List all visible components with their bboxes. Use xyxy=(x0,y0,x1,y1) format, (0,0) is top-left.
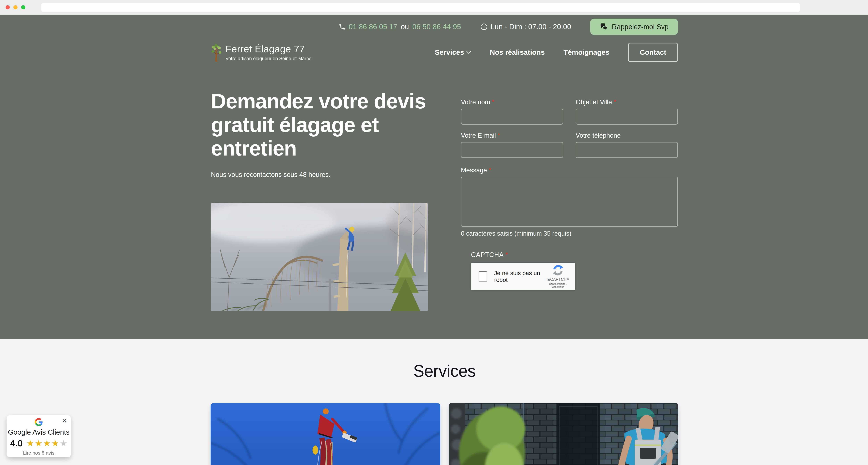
hours-text: Lun - Dim : 07.00 - 20.00 xyxy=(491,23,571,31)
name-label: Votre nom* xyxy=(461,98,563,106)
rating-row: 4.0 ★★★★★ xyxy=(7,438,71,448)
hero-photo-tree-pruning xyxy=(211,203,428,311)
hero-section: Demandez votre devis gratuit élagage et … xyxy=(211,89,678,311)
quote-form: Votre nom* Objet et Ville* Votre E-mail* xyxy=(461,89,678,311)
close-window-button[interactable] xyxy=(5,5,10,9)
opening-hours: Lun - Dim : 07.00 - 20.00 xyxy=(480,23,571,31)
nav-services-label: Services xyxy=(435,48,464,56)
star-gray: ★ xyxy=(60,439,67,448)
brand[interactable]: Ferret Élagage 77 Votre artisan élagueur… xyxy=(211,42,311,62)
rating-score: 4.0 xyxy=(10,438,23,448)
brand-subtitle: Votre artisan élagueur en Seine-et-Marne xyxy=(225,56,311,61)
objet-label: Objet et Ville* xyxy=(576,98,678,106)
nav-item-temoignages[interactable]: Témoignages xyxy=(563,48,609,56)
message-textarea[interactable] xyxy=(461,177,678,227)
services-heading: Services xyxy=(0,361,868,381)
clock-icon xyxy=(480,23,488,31)
read-reviews-link[interactable]: Lire nos 8 avis xyxy=(23,450,55,456)
topbar: 01 86 86 05 17 ou 06 50 86 44 95 Lun - D… xyxy=(211,15,678,35)
google-reviews-widget: × Google Avis Clients 4.0 ★★★★★ Lire nos… xyxy=(7,415,71,457)
message-label: Message* xyxy=(461,167,678,174)
chevron-down-icon xyxy=(466,51,471,54)
callback-button-label: Rappelez-moi Svp xyxy=(612,23,669,31)
stars-gold: ★★★★ xyxy=(26,439,60,448)
callback-button[interactable]: Rappelez-moi Svp xyxy=(590,19,678,35)
captcha-field: CAPTCHA* Je ne suis pas un robot reCAPT xyxy=(461,251,678,290)
google-logo-icon xyxy=(35,418,43,426)
required-asterisk: * xyxy=(614,98,616,106)
required-asterisk: * xyxy=(489,167,491,174)
service-card-entretien[interactable] xyxy=(448,403,678,465)
captcha-label: CAPTCHA* xyxy=(471,251,678,259)
name-input[interactable] xyxy=(461,109,563,124)
required-asterisk: * xyxy=(498,132,500,139)
brand-title: Ferret Élagage 77 xyxy=(225,43,311,55)
objet-ville-input[interactable] xyxy=(576,109,678,124)
main-nav: Services Nos réalisations Témoignages Co… xyxy=(435,43,678,62)
nav-item-realisations[interactable]: Nos réalisations xyxy=(490,48,545,56)
hero-band: 01 86 86 05 17 ou 06 50 86 44 95 Lun - D… xyxy=(0,15,868,339)
hero-title: Demandez votre devis gratuit élagage et … xyxy=(211,89,428,160)
service-card-elagage[interactable] xyxy=(211,403,440,465)
phone-numbers: 01 86 86 05 17 ou 06 50 86 44 95 xyxy=(339,23,461,31)
phone-conjunction: ou xyxy=(401,23,409,31)
page: { "browser": { "url_value": "" }, "topba… xyxy=(0,0,868,465)
minimize-window-button[interactable] xyxy=(13,5,18,9)
recaptcha-checkbox[interactable] xyxy=(478,271,487,282)
required-asterisk: * xyxy=(492,98,494,106)
maximize-window-button[interactable] xyxy=(21,5,25,9)
nav-contact-button[interactable]: Contact xyxy=(628,43,678,62)
close-icon[interactable]: × xyxy=(62,416,67,424)
url-bar[interactable] xyxy=(41,3,800,12)
chat-bubbles-icon xyxy=(600,23,608,31)
services-section: Services xyxy=(0,339,868,465)
email-label: Votre E-mail* xyxy=(461,132,563,139)
char-count: 0 caractères saisis (minimum 35 requis) xyxy=(461,230,678,237)
tree-logo-icon xyxy=(211,42,222,62)
phone-input[interactable] xyxy=(576,142,678,158)
recaptcha-brand-text: reCAPTCHA xyxy=(545,277,571,282)
google-widget-title: Google Avis Clients xyxy=(7,428,71,436)
phone-link-2[interactable]: 06 50 86 44 95 xyxy=(412,23,461,31)
phone-icon xyxy=(339,23,346,30)
window-controls xyxy=(5,5,25,9)
phone-label: Votre téléphone xyxy=(576,132,678,139)
required-asterisk: * xyxy=(505,251,508,258)
site-header: Ferret Élagage 77 Votre artisan élagueur… xyxy=(211,42,678,62)
recaptcha-terms-links[interactable]: Confidentialité - Conditions xyxy=(545,282,571,288)
hero-subtitle: Nous vous recontactons sous 48 heures. xyxy=(211,171,428,178)
browser-chrome xyxy=(0,0,868,15)
email-input[interactable] xyxy=(461,142,563,158)
phone-link-1[interactable]: 01 86 86 05 17 xyxy=(349,23,397,31)
recaptcha-checkbox-label: Je ne suis pas un robot xyxy=(494,270,545,283)
recaptcha-logo-icon xyxy=(552,265,564,276)
recaptcha-widget: Je ne suis pas un robot reCAPTCHA Confid… xyxy=(471,263,575,290)
nav-item-services[interactable]: Services xyxy=(435,48,471,56)
